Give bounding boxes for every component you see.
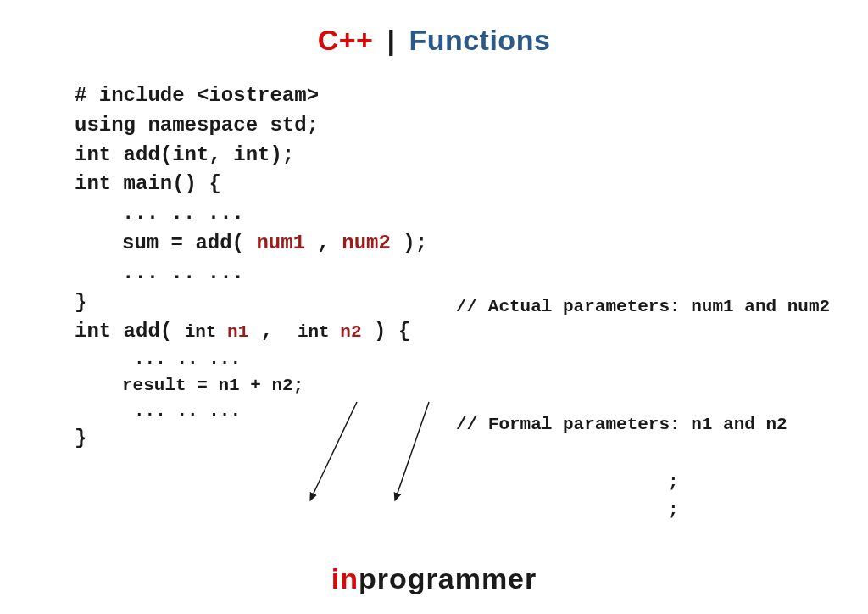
def-pre: int add( [75,320,185,343]
brand-in: in [331,562,359,594]
call-comma: , [305,232,342,254]
def-mid: , [248,320,298,343]
code-line-result: result = n1 + n2; [75,373,804,399]
comment-actual-and: and [734,297,787,316]
code-line-main-open: int main() { [75,170,804,199]
code-ellipsis: ... .. ... [75,199,804,229]
comment-formal-pre: // Formal parameters: [456,415,691,434]
comment-actual-n1: num1 [691,297,733,316]
comment-formal: // Formal parameters: n1 and n2 [456,415,787,434]
page-title: C++ | Functions [0,0,868,57]
comment-formal-and: and [712,415,765,434]
stray-semicolon: ; [668,500,679,520]
comment-formal-n2: n2 [765,415,787,434]
formal-param-n1: n1 [227,322,248,342]
title-separator: | [387,24,395,56]
stray-semicolon: ; [668,472,679,492]
actual-param-num1: num1 [256,232,305,254]
code-block: # include <iostream> using namespace std… [75,81,804,454]
title-functions: Functions [409,24,550,56]
comment-actual: // Actual parameters: num1 and num2 [456,297,830,316]
formal-param-n2: n2 [340,322,361,342]
code-line-prototype: int add(int, int); [75,141,804,170]
code-line-include: # include <iostream> [75,81,804,111]
def-int2: int [298,322,340,342]
code-line-using: using namespace std; [75,111,804,141]
title-cpp: C++ [318,24,374,56]
actual-param-num2: num2 [342,232,391,254]
code-line-call: sum = add( num1 , num2 ); [75,229,804,259]
footer-brand: inprogrammer [0,562,868,595]
comment-actual-n2: num2 [787,297,830,316]
def-int1: int [185,322,227,342]
comment-formal-n1: n1 [691,415,712,434]
code-line-def: int add( int n1 , int n2 ) { [75,317,804,347]
code-ellipsis: ... .. ... [75,347,804,372]
def-post: ) { [362,320,411,343]
call-pre: sum = add( [122,232,256,254]
comment-actual-pre: // Actual parameters: [456,297,691,316]
brand-programmer: programmer [359,562,537,594]
call-post: ); [391,232,427,254]
code-ellipsis: ... .. ... [75,259,804,288]
